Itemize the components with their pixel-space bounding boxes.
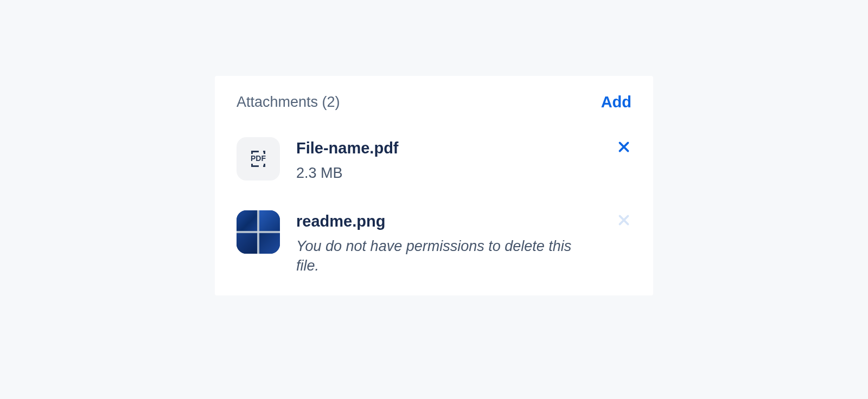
attachment-item: readme.png You do not have permissions t…	[237, 210, 631, 276]
close-icon	[617, 213, 631, 227]
remove-attachment-button[interactable]	[615, 138, 633, 156]
attachments-header: Attachments (2) Add	[237, 93, 631, 111]
attachment-filename: File-name.pdf	[296, 138, 599, 158]
remove-attachment-button	[615, 211, 633, 229]
close-icon	[617, 140, 631, 154]
add-button[interactable]: Add	[601, 93, 631, 111]
attachment-body: readme.png You do not have permissions t…	[296, 210, 599, 276]
attachments-card: Attachments (2) Add PDF File-name.pdf 2.…	[215, 76, 653, 295]
attachment-meta: You do not have permissions to delete th…	[296, 236, 578, 276]
svg-text:PDF: PDF	[251, 154, 266, 163]
attachment-body: File-name.pdf 2.3 MB	[296, 137, 599, 183]
attachment-filename: readme.png	[296, 211, 599, 231]
attachments-title: Attachments (2)	[237, 94, 340, 111]
attachment-item: PDF File-name.pdf 2.3 MB	[237, 137, 631, 183]
image-thumbnail-icon	[237, 210, 280, 254]
pdf-file-icon: PDF	[237, 137, 280, 181]
attachment-meta: 2.3 MB	[296, 163, 599, 183]
